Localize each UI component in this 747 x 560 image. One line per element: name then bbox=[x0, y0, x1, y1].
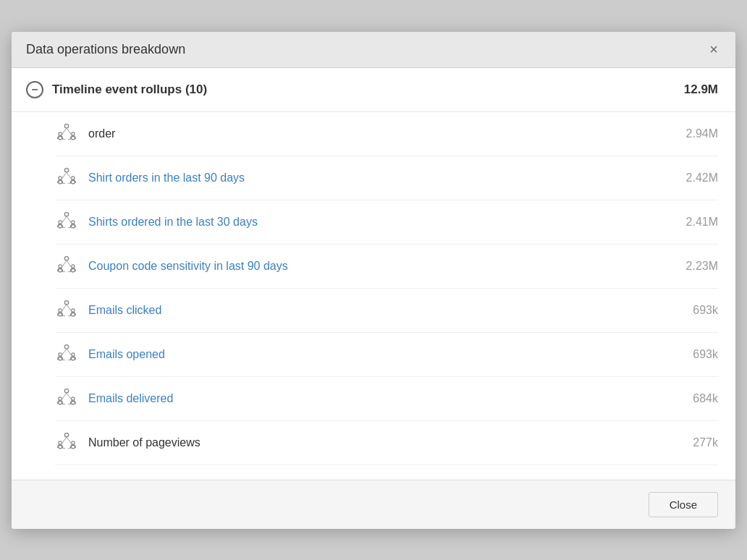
network-icon bbox=[55, 299, 78, 322]
close-x-button[interactable]: × bbox=[706, 42, 721, 56]
section-title: Timeline event rollups (10) bbox=[52, 82, 207, 97]
row-label[interactable]: Shirts ordered in the last 30 days bbox=[88, 216, 258, 229]
row-label[interactable]: Emails clicked bbox=[88, 304, 161, 317]
svg-point-18 bbox=[64, 212, 68, 216]
row-left: Emails opened bbox=[55, 343, 165, 366]
svg-line-5 bbox=[62, 128, 67, 135]
svg-point-36 bbox=[64, 300, 68, 304]
row-left: Emails delivered bbox=[55, 387, 173, 410]
svg-line-24 bbox=[67, 216, 72, 224]
dialog-title: Data operations breakdown bbox=[26, 42, 185, 57]
network-icon bbox=[55, 211, 78, 234]
table-row: Emails delivered 684k bbox=[55, 377, 718, 421]
svg-line-68 bbox=[62, 437, 67, 444]
table-row: Number of pageviews 277k bbox=[55, 421, 718, 465]
svg-line-23 bbox=[62, 216, 67, 224]
svg-point-45 bbox=[64, 344, 68, 348]
table-row: Emails opened 693k bbox=[55, 333, 718, 377]
row-value: 2.41M bbox=[686, 216, 718, 229]
row-label[interactable]: Shirt orders in the last 90 days bbox=[88, 171, 245, 184]
section-header-left: − Timeline event rollups (10) bbox=[26, 81, 207, 98]
collapse-icon[interactable]: − bbox=[26, 81, 43, 98]
svg-point-54 bbox=[64, 389, 68, 392]
row-left: Shirts ordered in the last 30 days bbox=[55, 211, 258, 234]
svg-line-32 bbox=[62, 260, 67, 268]
row-label[interactable]: Emails delivered bbox=[88, 392, 173, 405]
row-value: 2.23M bbox=[686, 260, 718, 273]
svg-line-60 bbox=[67, 393, 72, 400]
row-left: Emails clicked bbox=[55, 299, 161, 322]
table-row: Emails clicked 693k bbox=[55, 289, 718, 333]
table-row: Coupon code sensitivity in last 90 days … bbox=[55, 245, 718, 289]
svg-line-15 bbox=[67, 172, 72, 179]
network-icon bbox=[55, 166, 78, 190]
row-left: Number of pageviews bbox=[55, 431, 201, 454]
svg-line-51 bbox=[67, 349, 72, 356]
row-label: order bbox=[88, 127, 115, 140]
svg-line-69 bbox=[67, 437, 72, 444]
row-label[interactable]: Coupon code sensitivity in last 90 days bbox=[88, 260, 288, 273]
rows-container: order 2.94M Shirt orders in the la bbox=[12, 112, 735, 480]
section-header: − Timeline event rollups (10) 12.9M bbox=[12, 68, 735, 112]
row-value: 2.42M bbox=[686, 171, 718, 184]
svg-line-6 bbox=[67, 128, 72, 135]
row-label: Number of pageviews bbox=[88, 436, 201, 449]
network-icon bbox=[55, 387, 78, 410]
row-value: 277k bbox=[693, 436, 718, 449]
dialog-header: Data operations breakdown × bbox=[12, 32, 735, 68]
network-icon bbox=[55, 431, 78, 454]
row-value: 684k bbox=[693, 392, 718, 405]
partial-row-hint bbox=[55, 465, 718, 480]
row-value: 693k bbox=[693, 304, 718, 317]
dialog-footer: Close bbox=[12, 480, 735, 529]
row-left: order bbox=[55, 122, 115, 145]
row-left: Shirt orders in the last 90 days bbox=[55, 166, 245, 190]
row-value: 693k bbox=[693, 348, 718, 361]
network-icon bbox=[55, 122, 78, 145]
svg-point-0 bbox=[64, 124, 68, 127]
table-row: order 2.94M bbox=[55, 112, 718, 156]
row-value: 2.94M bbox=[686, 127, 718, 140]
network-icon bbox=[55, 255, 78, 278]
dialog-body: − Timeline event rollups (10) 12.9M bbox=[12, 68, 735, 480]
svg-line-59 bbox=[62, 393, 67, 400]
svg-line-14 bbox=[62, 172, 67, 179]
svg-point-9 bbox=[64, 168, 68, 171]
svg-line-41 bbox=[62, 305, 67, 312]
row-left: Coupon code sensitivity in last 90 days bbox=[55, 255, 288, 278]
svg-line-42 bbox=[67, 305, 72, 312]
close-button[interactable]: Close bbox=[649, 492, 718, 517]
row-label[interactable]: Emails opened bbox=[88, 348, 165, 361]
section-total-value: 12.9M bbox=[684, 82, 718, 97]
svg-line-50 bbox=[62, 349, 67, 356]
svg-point-63 bbox=[64, 433, 68, 436]
network-icon bbox=[55, 343, 78, 366]
table-row: Shirts ordered in the last 30 days 2.41M bbox=[55, 200, 718, 245]
table-row: Shirt orders in the last 90 days 2.42M bbox=[55, 156, 718, 200]
svg-point-27 bbox=[64, 256, 68, 260]
svg-line-33 bbox=[67, 260, 72, 268]
data-operations-dialog: Data operations breakdown × − Timeline e… bbox=[12, 32, 735, 529]
